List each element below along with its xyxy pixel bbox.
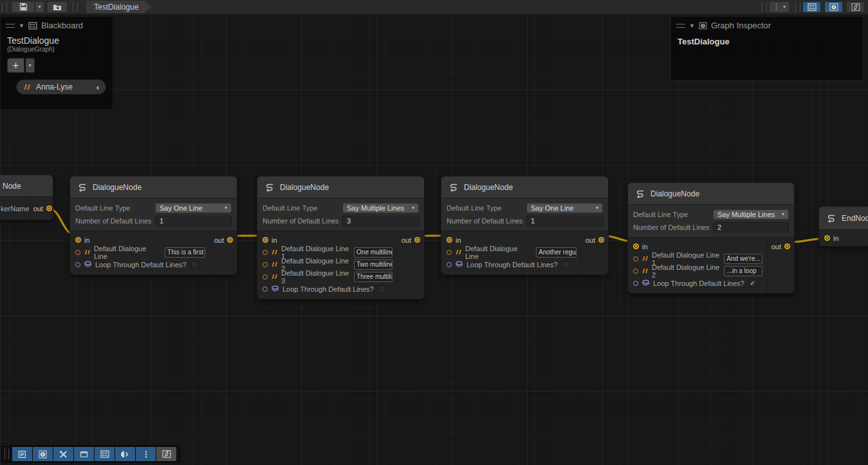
drag-handle-icon[interactable]	[6, 24, 15, 28]
open-asset-button[interactable]	[47, 1, 68, 13]
out-port[interactable]	[784, 243, 790, 249]
start-node[interactable]: Node kerName out	[0, 175, 53, 220]
in-port[interactable]	[263, 237, 268, 243]
inspector-header[interactable]: ▼ Graph Inspector	[671, 17, 863, 34]
out-port-row[interactable]: out	[398, 234, 420, 246]
dialogue-node-4[interactable]: DialogueNode Default Line Type Say Multi…	[627, 182, 795, 294]
toggle-inspector-button[interactable]	[824, 1, 843, 13]
info-button[interactable]	[33, 447, 53, 461]
line-type-dropdown[interactable]: Say Multiple Lines ▾	[342, 203, 419, 213]
loop-port-row[interactable]: Loop Through Default Lines?	[628, 277, 767, 289]
out-port[interactable]	[227, 237, 233, 243]
console-button[interactable]	[12, 447, 33, 461]
add-variable-dropdown[interactable]: ▾	[26, 58, 35, 73]
dialogue-line-input[interactable]: One multiline	[354, 247, 392, 258]
caret-down-icon: ▾	[783, 4, 786, 10]
overflow-menu-button[interactable]: ⋮ ▾	[769, 1, 790, 13]
string-port[interactable]	[75, 250, 80, 255]
bool-port[interactable]	[263, 287, 268, 292]
node-title-bar[interactable]: DialogueNode	[441, 176, 608, 198]
node-title-bar[interactable]: DialogueNode	[70, 176, 237, 198]
toggle-blackboard-button[interactable]	[802, 1, 821, 13]
end-node-title-bar[interactable]: EndNode	[819, 207, 868, 230]
save-dropdown-button[interactable]: ▾	[35, 1, 44, 13]
graph-inspector-panel[interactable]: ▼ Graph Inspector TestDialogue	[670, 16, 863, 81]
folder-open-icon	[53, 3, 62, 11]
out-port[interactable]	[598, 237, 604, 243]
start-node-title-bar[interactable]: Node	[0, 175, 53, 197]
more-button[interactable]	[136, 447, 156, 461]
dialogue-line-input[interactable]: Two multiline	[354, 260, 392, 270]
dialogue-line-port-row[interactable]: Default Dialogue Line 2 ...in a loop	[628, 265, 767, 277]
loop-checkbox[interactable]	[378, 285, 386, 293]
dialogue-line-input[interactable]: And we're...	[724, 254, 762, 264]
save-button[interactable]	[12, 1, 35, 13]
in-port[interactable]	[75, 237, 81, 243]
string-port[interactable]	[633, 256, 638, 261]
out-port-row[interactable]: out	[582, 234, 604, 246]
collapse-caret-icon[interactable]: ▼	[19, 23, 24, 29]
line-type-dropdown[interactable]: Say Multiple Lines ▾	[713, 209, 789, 220]
node-title-bar[interactable]: DialogueNode	[628, 183, 794, 205]
dialogue-line-port-row[interactable]: Default Dialogue Line This is a first	[70, 246, 210, 258]
string-port[interactable]	[633, 269, 638, 274]
bool-port[interactable]	[447, 262, 452, 267]
out-port-row[interactable]: out	[210, 234, 233, 246]
node-title-bar[interactable]: DialogueNode	[257, 176, 424, 198]
toolbar-drag-handle[interactable]	[2, 3, 7, 12]
dialogue-line-input[interactable]: This is a first	[165, 247, 205, 258]
string-port[interactable]	[263, 250, 268, 255]
bool-port[interactable]	[75, 262, 80, 267]
spark-button[interactable]	[156, 447, 177, 461]
blackboard-button[interactable]	[95, 447, 115, 461]
dialogue-line-port-row[interactable]: Default Dialogue Line Another regul	[441, 246, 581, 258]
num-lines-input[interactable]: 3	[342, 216, 419, 226]
in-port[interactable]	[447, 237, 452, 243]
drag-handle-icon[interactable]	[676, 24, 685, 28]
loop-port-row[interactable]: Loop Through Default Lines?	[70, 258, 210, 270]
string-port[interactable]	[263, 262, 268, 267]
blackboard-panel[interactable]: ▼ Blackboard TestDialogue (DialogueGraph…	[0, 16, 113, 110]
out-port[interactable]	[46, 205, 52, 211]
dialogue-line-input[interactable]: Three multilin	[354, 272, 392, 282]
dialogue-line-port-row[interactable]: Default Dialogue Line 3 Three multilin	[257, 270, 397, 283]
end-node[interactable]: EndNode in	[818, 206, 868, 247]
graph-tab[interactable]: TestDialogue	[86, 1, 151, 14]
string-port[interactable]	[263, 274, 268, 280]
loop-port-row[interactable]: Loop Through Default Lines?	[257, 283, 397, 295]
in-port[interactable]	[824, 235, 830, 241]
dialogue-node-3[interactable]: DialogueNode Default Line Type Say One L…	[441, 176, 609, 275]
dialogue-line-input[interactable]: ...in a loop	[724, 266, 762, 276]
tools-button[interactable]	[53, 447, 74, 461]
blackboard-variable-anna-lyse[interactable]: Anna-Lyse ‹	[16, 79, 106, 95]
loop-checkbox[interactable]	[191, 261, 199, 269]
toolbar-drag-handle-right[interactable]	[762, 3, 767, 12]
loop-checkbox[interactable]	[562, 261, 570, 269]
end-node-in-port-row[interactable]: in	[819, 230, 868, 246]
line-type-dropdown[interactable]: Say One Line ▾	[526, 203, 603, 213]
add-variable-button[interactable]: +	[7, 58, 24, 73]
start-node-out-port-row[interactable]: out	[30, 197, 53, 220]
dialogue-preview-button[interactable]	[115, 447, 136, 461]
out-port-row[interactable]: out	[768, 240, 790, 252]
dialogue-node-2[interactable]: DialogueNode Default Line Type Say Multi…	[257, 176, 425, 299]
in-port[interactable]	[633, 243, 639, 249]
loop-checkbox[interactable]	[749, 280, 757, 287]
num-lines-input[interactable]: 1	[526, 216, 603, 226]
window-button[interactable]	[74, 447, 95, 461]
line-type-dropdown[interactable]: Say One Line ▾	[155, 203, 232, 213]
bool-port[interactable]	[633, 281, 638, 286]
collapse-caret-icon[interactable]: ▼	[689, 23, 695, 29]
toggle-preview-button[interactable]	[846, 1, 865, 13]
dialogue-node-1[interactable]: DialogueNode Default Line Type Say One L…	[69, 176, 237, 275]
loop-port-row[interactable]: Loop Through Default Lines?	[441, 258, 581, 270]
chevron-left-icon[interactable]: ‹	[97, 82, 99, 92]
toolbar-drag-handle[interactable]	[5, 449, 9, 459]
out-port[interactable]	[414, 237, 420, 243]
num-lines-input[interactable]: 2	[713, 222, 789, 232]
blackboard-header[interactable]: ▼ Blackboard	[1, 17, 113, 34]
string-port[interactable]	[447, 250, 452, 255]
num-lines-input[interactable]: 1	[155, 216, 232, 226]
dialogue-line-input[interactable]: Another regul	[536, 247, 577, 258]
dialogue-line-value: Another regul	[539, 249, 577, 256]
